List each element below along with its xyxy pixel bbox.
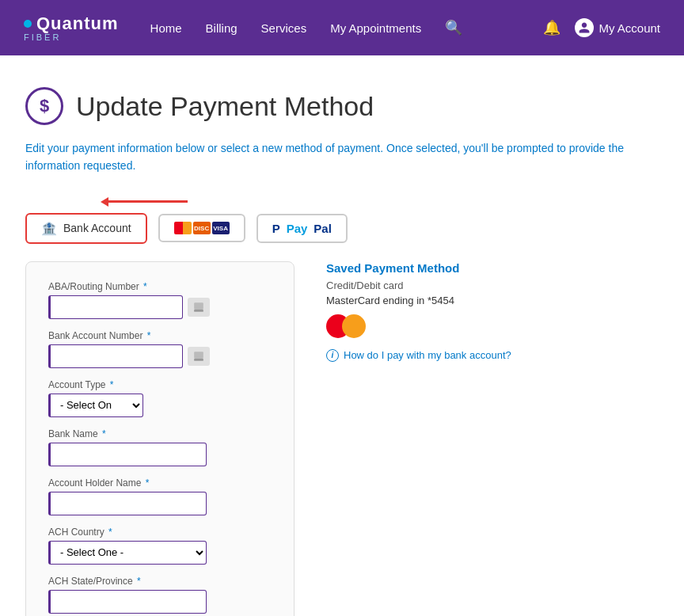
aba-required-star: * (141, 281, 147, 292)
account-number-label: Bank Account Number * (48, 330, 272, 341)
svg-rect-1 (194, 310, 203, 312)
holder-name-group: Account Holder Name * (48, 477, 272, 515)
how-to-bank-link[interactable]: i How do I pay with my bank account? (326, 349, 511, 362)
mastercard-logo (326, 314, 511, 338)
main-content: $ Update Payment Method Edit your paymen… (2, 55, 682, 616)
ach-country-group: ACH Country * - Select One - (48, 527, 272, 565)
aba-routing-input[interactable] (48, 295, 183, 319)
nav-links: Home Billing Services My Appointments 🔍 (150, 19, 544, 36)
discover-icon: DISC (193, 222, 211, 234)
bank-name-label: Bank Name * (48, 428, 272, 439)
aba-routing-label: ABA/Routing Number * (48, 281, 272, 292)
logo[interactable]: Quantum FIBER (24, 13, 119, 42)
notification-bell-icon[interactable]: 🔔 (543, 19, 560, 36)
saved-method-type: Credit/Debit card (326, 279, 511, 291)
bank-name-group: Bank Name * (48, 428, 272, 466)
paypal-p1: P (272, 222, 280, 235)
ach-country-select[interactable]: - Select One - (48, 541, 207, 565)
arrow-line (108, 200, 188, 203)
nav-services[interactable]: Services (261, 21, 307, 35)
nav-right: 🔔 My Account (543, 18, 660, 37)
saved-method-title: Saved Payment Method (326, 261, 511, 275)
form-column: ABA/Routing Number * Bank Account Number… (25, 261, 294, 616)
paypal-tab[interactable]: PPayPal (256, 214, 348, 243)
logo-quantum-text: Quantum (36, 13, 119, 34)
search-icon[interactable]: 🔍 (445, 19, 462, 36)
account-number-input-row (48, 344, 272, 368)
page-title: Update Payment Method (76, 91, 374, 122)
bank-account-tab[interactable]: 🏦 Bank Account (25, 213, 147, 244)
bank-account-tab-label: Bank Account (63, 222, 131, 234)
mc-orange-circle (342, 314, 366, 338)
nav-home[interactable]: Home (150, 21, 182, 35)
holder-name-label: Account Holder Name * (48, 477, 272, 489)
logo-fiber-text: FIBER (24, 32, 61, 42)
ach-country-label: ACH Country * (48, 527, 272, 538)
saved-method-card: MasterCard ending in *5454 (326, 295, 511, 306)
info-circle-icon: i (326, 349, 339, 362)
page-subtitle: Edit your payment information below or s… (25, 139, 643, 175)
card-tab[interactable]: DISC VISA (158, 214, 245, 242)
nav-billing[interactable]: Billing (206, 21, 238, 35)
account-number-group: Bank Account Number * (48, 330, 272, 368)
my-account-nav[interactable]: My Account (575, 18, 660, 37)
arrow-indicator (101, 197, 659, 207)
my-account-label: My Account (598, 21, 660, 35)
svg-rect-2 (194, 352, 203, 359)
paypal-p2: Pay (287, 222, 308, 235)
card-icons: DISC VISA (174, 222, 230, 234)
aba-routing-group: ABA/Routing Number * (48, 281, 272, 319)
paypal-pal: Pal (314, 222, 332, 235)
aba-info-icon[interactable] (188, 298, 210, 317)
svg-rect-0 (194, 302, 203, 310)
account-type-label: Account Type * (48, 379, 272, 390)
saved-method-panel: Saved Payment Method Credit/Debit card M… (326, 261, 511, 362)
bank-icon: 🏦 (41, 221, 57, 236)
ach-state-label: ACH State/Province * (48, 576, 272, 587)
bank-form-card: ABA/Routing Number * Bank Account Number… (25, 261, 294, 616)
page-title-row: $ Update Payment Method (25, 87, 659, 125)
account-avatar-icon (575, 18, 594, 37)
navbar: Quantum FIBER Home Billing Services My A… (0, 0, 684, 55)
payment-icon: $ (25, 87, 63, 125)
ach-state-input[interactable] (48, 590, 207, 614)
bank-name-input[interactable] (48, 443, 207, 466)
two-col-layout: ABA/Routing Number * Bank Account Number… (25, 261, 659, 616)
svg-rect-3 (194, 359, 203, 361)
mastercard-icon (174, 222, 192, 234)
account-number-input[interactable] (48, 344, 183, 368)
acct-required-star: * (144, 330, 150, 341)
account-type-group: Account Type * - Select On (48, 379, 272, 417)
account-type-select[interactable]: - Select On (48, 394, 143, 417)
nav-my-appointments[interactable]: My Appointments (330, 21, 421, 35)
visa-icon: VISA (212, 222, 230, 234)
acct-info-icon[interactable] (188, 347, 210, 366)
aba-input-row (48, 295, 272, 319)
logo-dot (24, 20, 32, 28)
payment-method-tabs: 🏦 Bank Account DISC VISA PPayPal (25, 213, 659, 244)
ach-state-group: ACH State/Province * (48, 576, 272, 614)
how-to-label: How do I pay with my bank account? (344, 349, 511, 361)
arrow-head (101, 197, 108, 207)
holder-name-input[interactable] (48, 492, 207, 515)
